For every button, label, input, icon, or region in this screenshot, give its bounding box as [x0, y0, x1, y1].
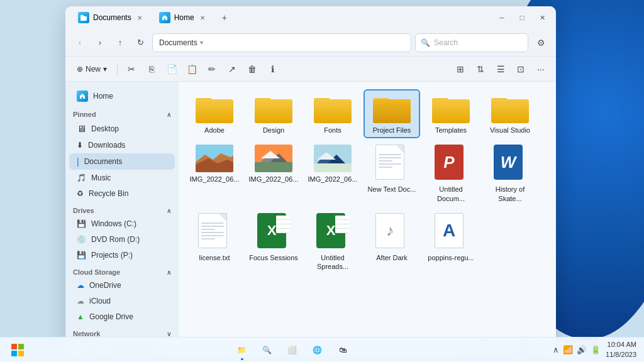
win-logo-green [18, 344, 24, 349]
file-item-license[interactable]: license.txt [186, 209, 243, 275]
sidebar-item-home[interactable]: Home [69, 87, 175, 105]
file-item-untitled-spreads[interactable]: X Untitled Spreads... [304, 209, 361, 275]
windows-c-icon: 💾 [77, 219, 86, 228]
file-item-design[interactable]: Design [245, 89, 302, 138]
file-item-new-text[interactable]: New Text Doc... [364, 141, 420, 207]
wifi-tray-icon[interactable]: 📶 [563, 345, 573, 354]
file-item-poppins[interactable]: A poppins-regu... [423, 209, 479, 275]
new-tab-button[interactable]: + [217, 10, 232, 25]
file-item-adobe[interactable]: Adobe [186, 89, 243, 138]
svg-rect-13 [314, 163, 352, 172]
back-button[interactable]: ‹ [72, 35, 88, 51]
home-tab-label: Home [174, 13, 194, 22]
sort-button[interactable]: ⇅ [472, 60, 489, 78]
taskbar-store-app[interactable]: 🛍 [331, 339, 354, 361]
file-item-focus-sessions[interactable]: X Focus Sessions [245, 209, 302, 275]
taskbar: 📁 🔍 ⬜ 🌐 🛍 ∧ 📶 🔊 🔋 10:04 AM 11/8/2023 [0, 337, 644, 362]
file-item-img3[interactable]: IMG_2022_06... [304, 141, 361, 207]
battery-tray-icon[interactable]: 🔋 [591, 345, 601, 354]
taskbar-edge-app[interactable]: 🌐 [306, 339, 329, 361]
file-item-project-files[interactable]: Project Files [364, 89, 420, 138]
chevron-up-tray-icon[interactable]: ∧ [553, 345, 559, 354]
addressbar: ‹ › ↑ ↻ Documents ▾ 🔍 Search ⚙ [65, 29, 556, 57]
window-controls: ─ □ ✕ [493, 11, 551, 24]
home-tab-icon [159, 12, 170, 23]
refresh-button[interactable]: ↻ [132, 35, 148, 51]
ppt-doc-icon: P [435, 145, 467, 182]
documents-tab[interactable]: Documents ✕ [70, 9, 152, 26]
home-tab[interactable]: Home ✕ [152, 9, 214, 26]
close-button[interactable]: ✕ [533, 11, 551, 24]
taskbar-tray: ∧ 📶 🔊 🔋 [553, 345, 601, 354]
sidebar-item-recycle[interactable]: ♻ Recycle Bin 📌 [69, 186, 175, 201]
taskbar-explorer-app[interactable]: 📁 [231, 339, 253, 361]
sidebar-item-windows-c[interactable]: 💾 Windows (C:) [69, 216, 175, 231]
file-item-img1[interactable]: IMG_2022_06... [186, 141, 243, 207]
file-item-fonts[interactable]: Fonts [304, 89, 361, 138]
sidebar-item-dvd-d[interactable]: 💿 DVD Rom (D:) [69, 232, 175, 247]
file-item-history-skate[interactable]: W History of Skate... [482, 141, 538, 207]
sidebar: Home Pinned ∧ 🖥 Desktop 📌 ⬇ Downloads 📌 … [65, 82, 179, 338]
volume-tray-icon[interactable]: 🔊 [577, 345, 587, 354]
toolbar: ⊕ New ▾ ✂ ⎘ 📄 📋 ✏ ↗ 🗑 ℹ ⊞ ⇅ ☰ ⊡ ··· [65, 57, 556, 82]
forward-button[interactable]: › [92, 35, 108, 51]
tab-close-button[interactable]: ✕ [135, 13, 144, 22]
sidebar-item-onedrive[interactable]: ☁ OneDrive [69, 278, 175, 293]
after-dark-label: After Dark [376, 253, 408, 262]
settings-button[interactable]: ⚙ [532, 34, 550, 52]
filter-button[interactable]: ☰ [492, 60, 509, 78]
file-item-untitled-docum[interactable]: P Untitled Docum... [423, 141, 479, 207]
img3-label: IMG_2022_06... [308, 175, 358, 184]
file-item-templates[interactable]: Templates [423, 89, 479, 138]
copy-path-button[interactable]: 📄 [163, 60, 180, 78]
file-item-visual-studio[interactable]: Visual Studio [482, 89, 538, 138]
gdrive-icon: ▲ [77, 312, 84, 321]
taskbar-clock[interactable]: 10:04 AM 11/8/2023 [606, 340, 636, 359]
more-button[interactable]: ··· [532, 60, 550, 78]
poppins-font-icon: A [435, 213, 467, 251]
start-button[interactable] [8, 340, 28, 360]
content-area: Home Pinned ∧ 🖥 Desktop 📌 ⬇ Downloads 📌 … [65, 82, 556, 338]
search-box[interactable]: 🔍 Search [415, 33, 528, 52]
onedrive-label: OneDrive [89, 281, 121, 290]
address-path: Documents [159, 38, 197, 47]
svg-rect-8 [255, 162, 292, 172]
new-text-doc-icon [375, 145, 408, 182]
sidebar-item-music[interactable]: 🎵 Music 📌 [69, 170, 175, 185]
sidebar-section-cloud: Cloud Storage ∧ [65, 263, 179, 277]
new-button[interactable]: ⊕ New ▾ [72, 60, 112, 78]
home-tab-close[interactable]: ✕ [198, 13, 207, 22]
sidebar-item-gdrive[interactable]: ▲ Google Drive [69, 309, 175, 324]
sidebar-item-desktop[interactable]: 🖥 Desktop 📌 [69, 120, 175, 137]
file-item-after-dark[interactable]: ♪ After Dark [364, 209, 420, 275]
sidebar-item-downloads[interactable]: ⬇ Downloads 📌 [69, 138, 175, 153]
taskbar-search-app[interactable]: 🔍 [256, 339, 279, 361]
up-button[interactable]: ↑ [112, 35, 128, 51]
taskbar-taskview-app[interactable]: ⬜ [281, 339, 304, 361]
maximize-button[interactable]: □ [513, 11, 531, 24]
sidebar-item-icloud[interactable]: ☁ iCloud [69, 293, 175, 309]
img1-label: IMG_2022_06... [190, 175, 240, 184]
copy-button[interactable]: ⎘ [143, 60, 160, 78]
paste-button[interactable]: 📋 [183, 60, 201, 78]
project-files-label: Project Files [373, 126, 411, 134]
clock-date: 11/8/2023 [606, 350, 636, 359]
sidebar-item-documents[interactable]: | Documents 📌 [69, 153, 175, 170]
view-button[interactable]: ⊡ [512, 60, 530, 78]
visual-studio-folder-icon [491, 93, 529, 123]
address-input[interactable]: Documents ▾ [152, 33, 411, 52]
file-grid: Adobe Design Fonts [186, 89, 548, 275]
cut-button[interactable]: ✂ [123, 60, 140, 78]
rename-button[interactable]: ✏ [203, 60, 221, 78]
minimize-button[interactable]: ─ [493, 11, 511, 24]
share-button[interactable]: ↗ [223, 60, 241, 78]
img3-thumbnail [314, 145, 352, 172]
home-sidebar-icon [77, 90, 88, 102]
delete-button[interactable]: 🗑 [243, 60, 261, 78]
templates-folder-icon [432, 93, 470, 123]
sidebar-item-projects-p[interactable]: 💾 Projects (P:) [69, 248, 175, 263]
info-button[interactable]: ℹ [264, 60, 281, 78]
explorer-window: Documents ✕ Home ✕ + ─ □ ✕ ‹ › ↑ ↻ Docum… [65, 6, 556, 356]
view-toggle-button[interactable]: ⊞ [452, 60, 469, 78]
file-item-img2[interactable]: IMG_2022_06... [245, 141, 302, 207]
